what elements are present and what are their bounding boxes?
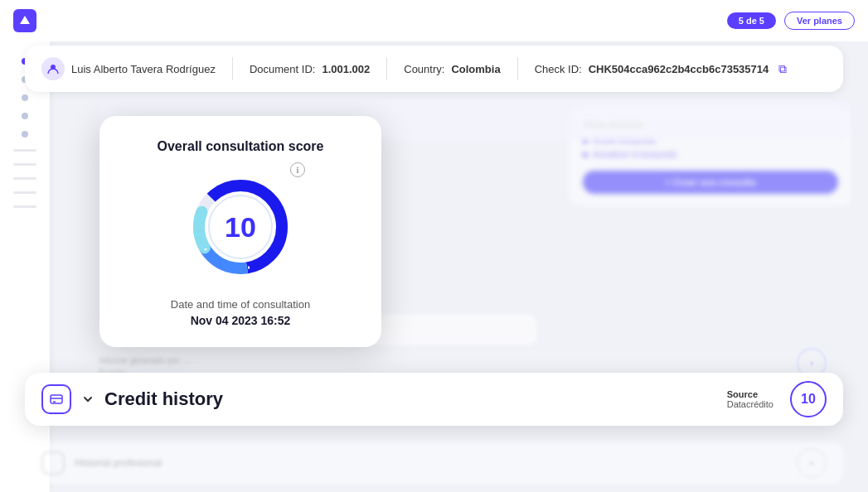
credit-score-badge: 10 (790, 381, 827, 417)
step-indicator: 5 de 5 (727, 12, 776, 29)
bottom-row: Historial profesional • (25, 442, 843, 484)
svg-marker-0 (20, 16, 30, 24)
main-content: Overall consultation score 10 ℹ Da (58, 99, 851, 492)
sidebar-line-4 (13, 191, 36, 194)
chevron-down-icon[interactable] (80, 391, 96, 408)
credit-history-title: Credit history (104, 388, 223, 410)
credit-history-bar: Credit history Source Datacrédito 10 (25, 373, 843, 426)
action-label-2: Actualizar la búsqueda (593, 150, 676, 159)
user-name: Luis Alberto Tavera Rodríguez (71, 63, 216, 75)
credit-source-section: Source Datacrédito (727, 389, 773, 409)
sidebar-line-3 (13, 177, 36, 180)
gauge-container: 10 ℹ (182, 169, 298, 285)
score-card: Overall consultation score 10 ℹ Da (99, 116, 381, 347)
credit-source-value: Datacrédito (727, 399, 773, 409)
user-avatar-icon (41, 57, 65, 80)
country-value: Colombia (451, 63, 500, 75)
gauge-score-number: 10 (225, 211, 256, 244)
sidebar-line-1 (13, 149, 36, 152)
country-label: Country: (404, 63, 444, 75)
user-info-bar: Luis Alberto Tavera Rodríguez Document I… (25, 46, 843, 92)
action-item-2: Actualizar la búsqueda (583, 150, 838, 159)
ver-planes-button[interactable]: Ver planes (784, 12, 855, 30)
create-consult-button[interactable]: + Crear una consulta (583, 171, 838, 194)
top-bar-right: 5 de 5 Ver planes (727, 12, 855, 30)
sidebar-line-5 (13, 205, 36, 208)
document-value: 1.001.002 (322, 63, 370, 75)
score-date-value: Nov 04 2023 16:52 (124, 314, 356, 327)
credit-source-label: Source (727, 389, 773, 399)
action-dot-2 (583, 152, 588, 157)
check-label: Check ID: (535, 63, 582, 75)
credit-history-icon (41, 384, 71, 414)
svg-rect-9 (51, 395, 62, 403)
document-section: Document ID: 1.001.002 (233, 63, 386, 75)
logo (13, 9, 36, 32)
info-icon[interactable]: ℹ (290, 162, 305, 177)
top-bar: 5 de 5 Ver planes (0, 0, 868, 41)
copy-icon[interactable]: ⧉ (778, 62, 787, 76)
document-label: Document ID: (250, 63, 315, 75)
check-section: Check ID: CHK504cca962c2b4ccb6c73535714 … (518, 62, 804, 76)
sidebar-dot-4[interactable] (22, 113, 28, 119)
country-section: Country: Colombia (387, 63, 516, 75)
user-name-section: Luis Alberto Tavera Rodríguez (41, 57, 232, 80)
sidebar-line-2 (13, 163, 36, 166)
sidebar-dot-5[interactable] (22, 131, 28, 137)
check-value: CHK504cca962c2b4ccb6c73535714 (589, 63, 769, 75)
sidebar-dot-3[interactable] (22, 94, 28, 101)
